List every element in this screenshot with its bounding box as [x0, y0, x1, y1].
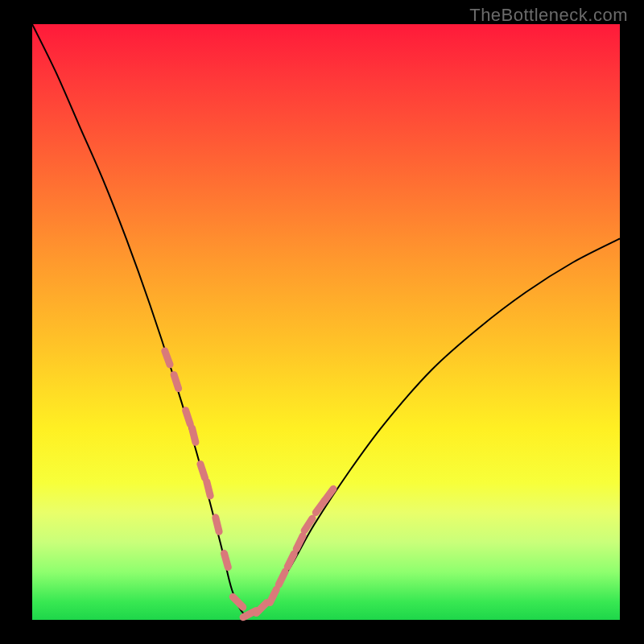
marker-segment: [207, 481, 210, 495]
marker-segment: [233, 597, 243, 607]
bottleneck-curve: [32, 24, 620, 616]
marker-segment: [186, 411, 191, 424]
marker-segment: [270, 589, 276, 602]
marker-segment: [279, 572, 285, 584]
marker-segment: [174, 374, 179, 388]
marker-segment: [224, 553, 228, 567]
marker-segment: [165, 351, 170, 365]
watermark-text: TheBottleneck.com: [469, 5, 628, 26]
marker-segment: [200, 464, 205, 477]
marker-segment: [192, 428, 196, 442]
plot-area: [32, 24, 620, 620]
chart-frame: TheBottleneck.com: [0, 0, 644, 644]
marker-segment: [256, 603, 266, 613]
curve-path: [32, 24, 620, 616]
marker-segment: [216, 518, 219, 531]
marker-segment: [287, 554, 294, 567]
chart-svg: [32, 24, 620, 620]
marker-segment: [324, 489, 333, 500]
highlighted-points: [165, 351, 333, 617]
